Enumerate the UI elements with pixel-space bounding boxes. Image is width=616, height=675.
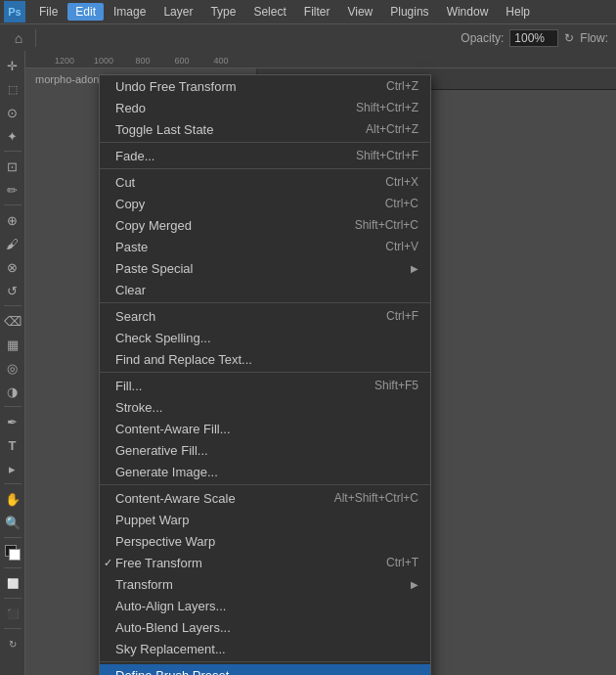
crop-tool[interactable]: ⊡	[2, 156, 23, 177]
tool-separator-2	[4, 204, 22, 205]
menu-image[interactable]: Image	[106, 3, 154, 21]
menu-help[interactable]: Help	[498, 3, 538, 21]
menu-copy[interactable]: Copy Ctrl+C	[100, 193, 430, 214]
left-toolbar: ✛ ⬚ ⊙ ✦ ⊡ ✏ ⊕ 🖌 ⊗ ↺ ⌫ ▦ ◎ ◑ ✒ T ▸ ✋ 🔍 ⬜	[0, 51, 25, 675]
rotate-view-tool[interactable]: ↻	[2, 633, 23, 654]
clear-label: Clear	[115, 283, 146, 297]
redo-shortcut: Shift+Ctrl+Z	[356, 101, 418, 114]
menu-file[interactable]: File	[31, 3, 66, 21]
search-shortcut: Ctrl+F	[386, 309, 418, 323]
copy-merged-label: Copy Merged	[115, 218, 192, 233]
menu-layer[interactable]: Layer	[155, 3, 200, 21]
zoom-tool[interactable]: 🔍	[2, 512, 23, 533]
search-label: Search	[115, 309, 155, 324]
menu-view[interactable]: View	[339, 3, 380, 21]
ruler-mark-600: 600	[162, 56, 201, 66]
color-swatches[interactable]	[2, 542, 23, 563]
menu-edit[interactable]: Edit	[67, 3, 104, 21]
generative-fill-label: Generative Fill...	[115, 443, 208, 458]
content-aware-scale-shortcut: Alt+Shift+Ctrl+C	[334, 491, 418, 505]
ruler-marks: 1200 1000 800 600 400	[25, 56, 241, 66]
undo-label: Undo Free Transform	[115, 79, 237, 94]
menu-puppet-warp[interactable]: Puppet Warp	[100, 509, 430, 530]
menu-auto-blend-layers[interactable]: Auto-Blend Layers...	[100, 616, 430, 638]
menu-generative-fill[interactable]: Generative Fill...	[100, 439, 430, 461]
clone-stamp-tool[interactable]: ⊗	[2, 256, 23, 278]
hand-tool[interactable]: ✋	[2, 488, 23, 510]
tool-separator-8	[4, 598, 22, 599]
menu-stroke[interactable]: Stroke...	[100, 396, 430, 418]
menu-fade[interactable]: Fade... Shift+Ctrl+F	[100, 145, 430, 166]
type-tool[interactable]: T	[2, 434, 23, 456]
fill-shortcut: Shift+F5	[374, 379, 418, 392]
menu-free-transform[interactable]: ✓ Free Transform Ctrl+T	[100, 552, 430, 573]
marquee-tool[interactable]: ⬚	[2, 78, 23, 100]
menu-find-replace[interactable]: Find and Replace Text...	[100, 348, 430, 370]
menu-transform[interactable]: Transform ▶	[100, 573, 430, 595]
menu-check-spelling[interactable]: Check Spelling...	[100, 327, 430, 348]
dodge-tool[interactable]: ◑	[2, 381, 23, 402]
brush-tool[interactable]: 🖌	[2, 233, 23, 254]
paste-special-arrow: ▶	[411, 263, 418, 274]
menu-filter[interactable]: Filter	[296, 3, 338, 21]
magic-wand-tool[interactable]: ✦	[2, 125, 23, 147]
lasso-tool[interactable]: ⊙	[2, 102, 23, 123]
tool-separator-7	[4, 567, 22, 568]
undo-shortcut: Ctrl+Z	[386, 79, 418, 93]
menu-window[interactable]: Window	[439, 3, 497, 21]
ruler-mark-1200: 1200	[45, 56, 84, 66]
check-spelling-label: Check Spelling...	[115, 331, 211, 345]
eyedropper-tool[interactable]: ✏	[2, 179, 23, 201]
menu-type[interactable]: Type	[202, 3, 243, 21]
blur-tool[interactable]: ◎	[2, 357, 23, 379]
menu-cut[interactable]: Cut Ctrl+X	[100, 171, 430, 193]
find-replace-label: Find and Replace Text...	[115, 352, 252, 367]
ruler-top: 1200 1000 800 600 400	[25, 51, 616, 68]
copy-merged-shortcut: Shift+Ctrl+C	[355, 218, 418, 232]
menu-plugins[interactable]: Plugins	[382, 3, 436, 21]
ruler-mark-800: 800	[123, 56, 162, 66]
tool-separator-9	[4, 628, 22, 629]
edit-dropdown-menu: Undo Free Transform Ctrl+Z Redo Shift+Ct…	[99, 74, 431, 675]
quick-mask-tool[interactable]: ⬜	[2, 572, 23, 594]
tool-separator-4	[4, 406, 22, 407]
eraser-tool[interactable]: ⌫	[2, 310, 23, 332]
menu-redo[interactable]: Redo Shift+Ctrl+Z	[100, 97, 430, 118]
healing-brush-tool[interactable]: ⊕	[2, 209, 23, 231]
home-icon[interactable]: ⌂	[8, 27, 29, 49]
menu-define-brush-preset[interactable]: Define Brush Preset...	[100, 664, 430, 675]
paste-shortcut: Ctrl+V	[385, 240, 418, 253]
options-bar: ⌂ Opacity: ↻ Flow:	[0, 23, 616, 51]
free-transform-shortcut: Ctrl+T	[386, 556, 418, 569]
menu-content-aware-fill[interactable]: Content-Aware Fill...	[100, 418, 430, 439]
menu-auto-align-layers[interactable]: Auto-Align Layers...	[100, 595, 430, 616]
menu-paste-special[interactable]: Paste Special ▶	[100, 257, 430, 279]
gradient-tool[interactable]: ▦	[2, 334, 23, 355]
menu-sky-replacement[interactable]: Sky Replacement...	[100, 638, 430, 659]
fade-shortcut: Shift+Ctrl+F	[356, 149, 418, 162]
menu-search[interactable]: Search Ctrl+F	[100, 305, 430, 327]
menu-content-aware-scale[interactable]: Content-Aware Scale Alt+Shift+Ctrl+C	[100, 487, 430, 509]
move-tool[interactable]: ✛	[2, 55, 23, 76]
menu-toggle-last-state[interactable]: Toggle Last State Alt+Ctrl+Z	[100, 118, 430, 140]
menu-fill[interactable]: Fill... Shift+F5	[100, 375, 430, 396]
screen-mode-tool[interactable]: ⬛	[2, 603, 23, 624]
content-aware-scale-label: Content-Aware Scale	[115, 491, 236, 506]
menu-undo-free-transform[interactable]: Undo Free Transform Ctrl+Z	[100, 75, 430, 97]
define-brush-preset-label: Define Brush Preset...	[115, 668, 240, 676]
menu-select[interactable]: Select	[245, 3, 293, 21]
menu-copy-merged[interactable]: Copy Merged Shift+Ctrl+C	[100, 214, 430, 236]
menu-generate-image[interactable]: Generate Image...	[100, 461, 430, 482]
tool-separator-5	[4, 483, 22, 484]
pen-tool[interactable]: ✒	[2, 411, 23, 432]
menu-perspective-warp[interactable]: Perspective Warp	[100, 530, 430, 552]
history-brush-tool[interactable]: ↺	[2, 280, 23, 301]
copy-shortcut: Ctrl+C	[385, 197, 418, 210]
opacity-input[interactable]	[509, 29, 558, 47]
menu-clear[interactable]: Clear	[100, 279, 430, 300]
flow-label: Flow:	[580, 31, 608, 45]
menu-paste[interactable]: Paste Ctrl+V	[100, 236, 430, 257]
sep4	[100, 372, 430, 373]
redo-label: Redo	[115, 101, 146, 115]
path-selection-tool[interactable]: ▸	[2, 458, 23, 479]
